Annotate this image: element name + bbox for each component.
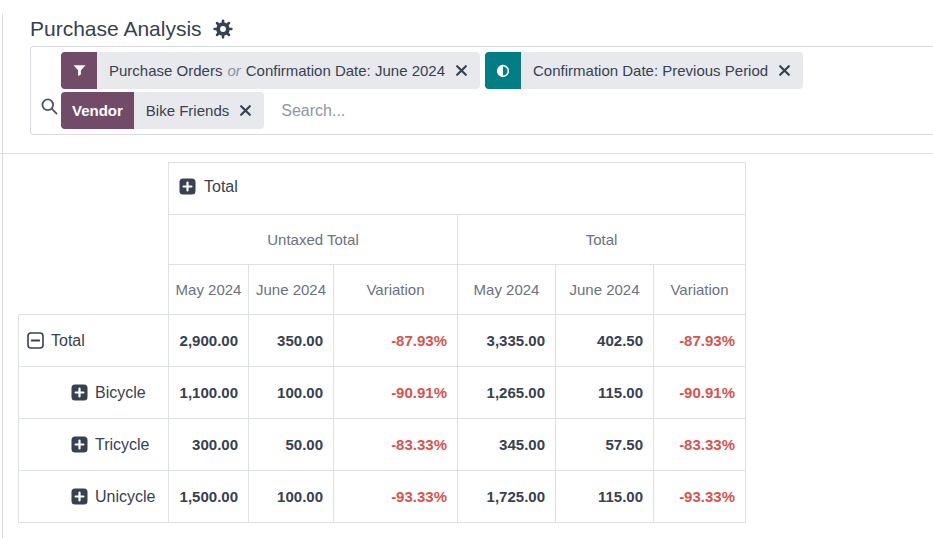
table-row: Bicycle 1,100.00 100.00 -90.91% 1,265.00… (19, 367, 746, 419)
facet-vendor-field: Vendor (61, 92, 134, 129)
measure-group-total: Total (458, 215, 746, 265)
table-row: Unicycle 1,500.00 100.00 -93.33% 1,725.0… (19, 471, 746, 523)
facet-filter-close-icon[interactable] (455, 64, 468, 77)
facet-vendor-value: Bike Friends (146, 102, 229, 119)
search-facets: Purchase Orders or Confirmation Date: Ju… (61, 52, 925, 129)
pivot-cell-variation: -93.33% (334, 471, 458, 523)
pivot-table: Total Untaxed Total Total May 2024 June … (18, 162, 746, 523)
pivot-column-header[interactable]: May 2024 (458, 265, 556, 315)
facet-vendor: Vendor Bike Friends (61, 92, 264, 129)
pivot-column-header[interactable]: June 2024 (249, 265, 334, 315)
pivot-cell: 115.00 (556, 471, 654, 523)
window-left-edge (2, 14, 3, 538)
funnel-icon (61, 52, 97, 89)
half-circle-icon (485, 52, 521, 89)
pivot-cell-variation: -90.91% (334, 367, 458, 419)
facet-filter: Purchase Orders or Confirmation Date: Ju… (61, 52, 480, 89)
pivot-corner-cell (19, 163, 169, 215)
pivot-cell-variation: -93.33% (654, 471, 746, 523)
pivot-cell-variation: -87.93% (654, 315, 746, 367)
search-bar[interactable]: Purchase Orders or Confirmation Date: Ju… (30, 46, 933, 135)
facet-comparison-close-icon[interactable] (778, 64, 791, 77)
table-row: Tricycle 300.00 50.00 -83.33% 345.00 57.… (19, 419, 746, 471)
pivot-column-header[interactable]: Variation (334, 265, 458, 315)
or-connector: or (222, 62, 245, 79)
facet-comparison: Confirmation Date: Previous Period (485, 52, 803, 89)
facet-vendor-close-icon[interactable] (239, 104, 252, 117)
view-header: Purchase Analysis (0, 0, 933, 46)
search-input[interactable]: Search... (281, 102, 345, 120)
pivot-column-header[interactable]: Variation (654, 265, 746, 315)
row-header-unicycle[interactable]: Unicycle (19, 471, 169, 523)
panel-divider (0, 153, 933, 154)
row-header-total[interactable]: Total (19, 315, 169, 367)
pivot-cell: 115.00 (556, 367, 654, 419)
search-icon (40, 97, 59, 120)
pivot-column-header[interactable]: May 2024 (169, 265, 249, 315)
pivot-cell: 350.00 (249, 315, 334, 367)
expand-plus-icon[interactable] (179, 178, 196, 195)
pivot-cell: 3,335.00 (458, 315, 556, 367)
pivot-cell-variation: -83.33% (334, 419, 458, 471)
pivot-cell: 402.50 (556, 315, 654, 367)
pivot-cell: 345.00 (458, 419, 556, 471)
expand-plus-icon[interactable] (71, 488, 88, 505)
measure-group-untaxed-total: Untaxed Total (169, 215, 458, 265)
pivot-cell: 1,265.00 (458, 367, 556, 419)
collapse-minus-icon[interactable] (27, 332, 44, 349)
pivot-column-header[interactable]: June 2024 (556, 265, 654, 315)
page-title: Purchase Analysis (30, 17, 202, 41)
pivot-cell-variation: -90.91% (654, 367, 746, 419)
expand-plus-icon[interactable] (71, 384, 88, 401)
facet-comparison-label: Confirmation Date: Previous Period (533, 62, 768, 79)
pivot-cell: 1,100.00 (169, 367, 249, 419)
expand-plus-icon[interactable] (71, 436, 88, 453)
facet-filter-label: Purchase Orders or Confirmation Date: Ju… (109, 62, 445, 79)
pivot-cell-variation: -87.93% (334, 315, 458, 367)
pivot-cell: 2,900.00 (169, 315, 249, 367)
pivot-cell-variation: -83.33% (654, 419, 746, 471)
pivot-cell: 50.00 (249, 419, 334, 471)
pivot-top-total-header[interactable]: Total (169, 163, 746, 215)
row-header-tricycle[interactable]: Tricycle (19, 419, 169, 471)
gear-icon[interactable] (212, 18, 234, 40)
pivot-cell: 300.00 (169, 419, 249, 471)
pivot-cell: 57.50 (556, 419, 654, 471)
pivot-cell: 1,725.00 (458, 471, 556, 523)
table-row: Total 2,900.00 350.00 -87.93% 3,335.00 4… (19, 315, 746, 367)
pivot-cell: 100.00 (249, 367, 334, 419)
pivot-cell: 1,500.00 (169, 471, 249, 523)
pivot-cell: 100.00 (249, 471, 334, 523)
row-header-bicycle[interactable]: Bicycle (19, 367, 169, 419)
